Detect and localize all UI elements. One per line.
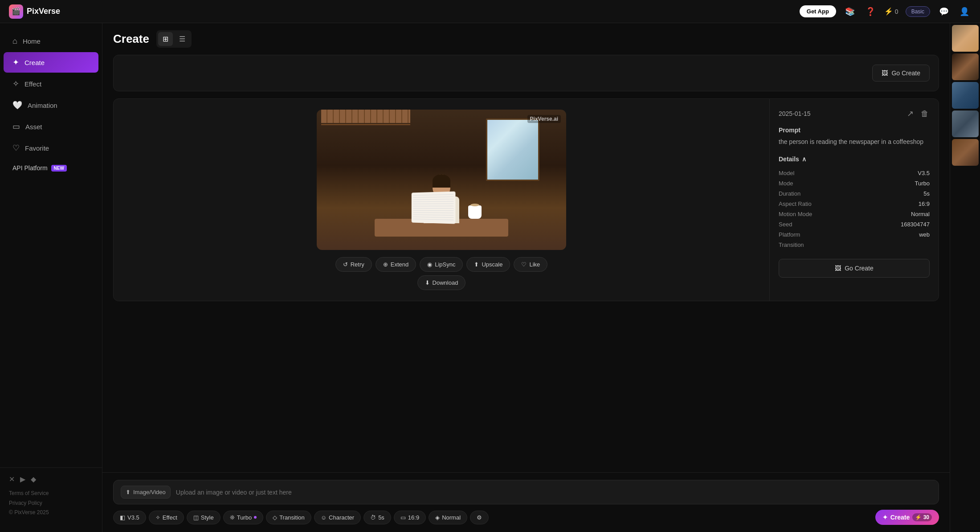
- previous-card-top: 🖼 Go Create: [114, 55, 939, 91]
- detail-date-row: 2025-01-15 ↗ 🗑: [779, 108, 930, 119]
- detail-date: 2025-01-15: [779, 110, 811, 117]
- scene-window: [486, 119, 539, 181]
- logo-icon: 🎬: [9, 4, 23, 19]
- motion-mode-label: Motion Mode: [779, 211, 812, 217]
- turbo-badge-dot: [254, 516, 257, 519]
- list-view-button[interactable]: ☰: [175, 32, 190, 46]
- duration-button[interactable]: ⏱ 5s: [363, 511, 391, 524]
- text-input[interactable]: [176, 489, 931, 496]
- aspect-ratio-value: 16:9: [919, 201, 930, 207]
- upload-chip[interactable]: ⬆ Image/Video: [121, 486, 171, 499]
- youtube-icon[interactable]: ▶: [20, 475, 25, 483]
- motion-mode-value: Normal: [911, 211, 930, 217]
- turbo-button[interactable]: ❊ Turbo: [223, 511, 263, 524]
- lipsync-button[interactable]: ◉ LipSync: [420, 257, 463, 272]
- retry-icon: ↺: [343, 261, 348, 268]
- plan-badge: Basic: [906, 6, 930, 17]
- duration-row: Duration 5s: [779, 188, 930, 199]
- get-app-button[interactable]: Get App: [800, 5, 836, 17]
- go-create-button[interactable]: 🖼 Go Create: [779, 259, 930, 278]
- action-buttons: ↺ Retry ⊕ Extend ◉ LipSync: [335, 257, 548, 272]
- main-card: PixVerse.ai ↺ Retry ⊕ Extend: [113, 98, 939, 301]
- sidebar-item-home[interactable]: ⌂ Home: [4, 31, 98, 51]
- download-button[interactable]: ⬇ Download: [417, 275, 466, 290]
- download-icon: ⬇: [425, 279, 430, 286]
- effect-toolbar-icon: ✧: [155, 514, 160, 521]
- go-create-icon: 🖼: [882, 70, 888, 77]
- duration-icon: ⏱: [370, 514, 376, 521]
- retry-button[interactable]: ↺ Retry: [335, 257, 372, 272]
- newspaper: [412, 191, 456, 224]
- social-links: ✕ ▶ ◆: [9, 475, 93, 483]
- platform-row: Platform web: [779, 229, 930, 240]
- home-icon: ⌂: [12, 37, 17, 46]
- sidebar-item-effect[interactable]: ✧ Effect: [4, 74, 98, 94]
- video-scene: PixVerse.ai: [317, 110, 566, 250]
- sidebar-item-create[interactable]: ✦ Create: [4, 52, 98, 73]
- watermark: PixVerse.ai: [527, 115, 561, 123]
- sidebar-item-asset[interactable]: ▭ Asset: [4, 116, 98, 137]
- details-toggle[interactable]: Details ∧: [779, 156, 930, 163]
- thumbnail-sidebar: [950, 23, 980, 532]
- upscale-icon: ⬆: [474, 261, 479, 268]
- page-header: Create ⊞ ☰: [102, 23, 950, 55]
- view-toggle: ⊞ ☰: [156, 30, 192, 48]
- transition-row: Transition: [779, 240, 930, 250]
- thumbnail-2[interactable]: [952, 53, 979, 80]
- upscale-button[interactable]: ⬆ Upscale: [466, 257, 510, 272]
- grid-view-button[interactable]: ⊞: [158, 32, 173, 46]
- like-icon: ♡: [521, 261, 527, 268]
- export-button[interactable]: ↗: [906, 108, 915, 119]
- logo-area: 🎬 PixVerse: [9, 4, 60, 19]
- thumbnail-1[interactable]: [952, 25, 979, 52]
- favorite-icon: ♡: [12, 143, 20, 153]
- aspect-ratio-button[interactable]: ▭ 16:9: [394, 511, 426, 524]
- sidebar-item-favorite[interactable]: ♡ Favorite: [4, 138, 98, 158]
- sidebar-item-api-platform[interactable]: API Platform NEW: [4, 159, 98, 177]
- lipsync-icon: ◉: [427, 261, 432, 268]
- discord-icon[interactable]: ◆: [31, 475, 36, 483]
- effect-button[interactable]: ✧ Effect: [149, 511, 184, 524]
- top-go-create-button[interactable]: 🖼 Go Create: [872, 65, 930, 82]
- scene-shelves: [321, 114, 410, 159]
- shelf-3: [321, 124, 410, 125]
- profile-icon-button[interactable]: 👤: [958, 5, 971, 18]
- create-button[interactable]: ✦ Create ⚡ 30: [875, 510, 939, 525]
- normal-button[interactable]: ◈ Normal: [429, 511, 467, 524]
- duration-value: 5s: [923, 190, 930, 197]
- extend-button[interactable]: ⊕ Extend: [376, 257, 416, 272]
- twitter-icon[interactable]: ✕: [9, 475, 15, 483]
- credits-lightning-icon: ⚡: [915, 514, 922, 520]
- library-icon-button[interactable]: 📚: [843, 5, 857, 18]
- thumbnail-5[interactable]: [952, 139, 979, 166]
- sidebar-nav: ⌂ Home ✦ Create ✧ Effect 🤍 Animation ▭ A…: [0, 30, 102, 467]
- platform-label: Platform: [779, 231, 800, 238]
- delete-button[interactable]: 🗑: [920, 108, 930, 119]
- character-button[interactable]: ☺ Character: [314, 511, 361, 524]
- sidebar-item-label-api: API Platform: [12, 164, 48, 172]
- sidebar-item-animation[interactable]: 🤍 Animation: [4, 95, 98, 115]
- settings-button[interactable]: ⚙: [470, 511, 489, 524]
- topnav-right: Get App 📚 ❓ ⚡ 0 Basic 💬 👤: [800, 5, 971, 18]
- thumbnail-4[interactable]: [952, 110, 979, 137]
- chat-icon-button[interactable]: 💬: [937, 5, 951, 18]
- asset-icon: ▭: [12, 122, 20, 131]
- energy-badge-button[interactable]: ⚡ 0: [884, 7, 898, 16]
- privacy-link[interactable]: Privacy Policy: [9, 499, 93, 508]
- transition-button[interactable]: ◇ Transition: [266, 511, 311, 524]
- like-button[interactable]: ♡ Like: [514, 257, 547, 272]
- style-button[interactable]: ◫ Style: [187, 511, 220, 524]
- mode-row: Mode Turbo: [779, 178, 930, 188]
- details-chevron-icon: ∧: [802, 156, 806, 163]
- version-button[interactable]: ◧ V3.5: [113, 511, 146, 524]
- terms-link[interactable]: Terms of Service: [9, 489, 93, 499]
- duration-label: Duration: [779, 190, 800, 197]
- scene-cup: [468, 205, 482, 219]
- help-icon-button[interactable]: ❓: [864, 5, 877, 18]
- seed-label: Seed: [779, 221, 792, 228]
- thumbnail-3[interactable]: [952, 82, 979, 109]
- motion-mode-row: Motion Mode Normal: [779, 209, 930, 219]
- details-panel: 2025-01-15 ↗ 🗑 Prompt the person is read…: [769, 99, 939, 301]
- input-area: ⬆ Image/Video ◧ V3.5 ✧ Effect ◫ Style: [102, 472, 950, 532]
- previous-card: 🖼 Go Create: [113, 55, 939, 91]
